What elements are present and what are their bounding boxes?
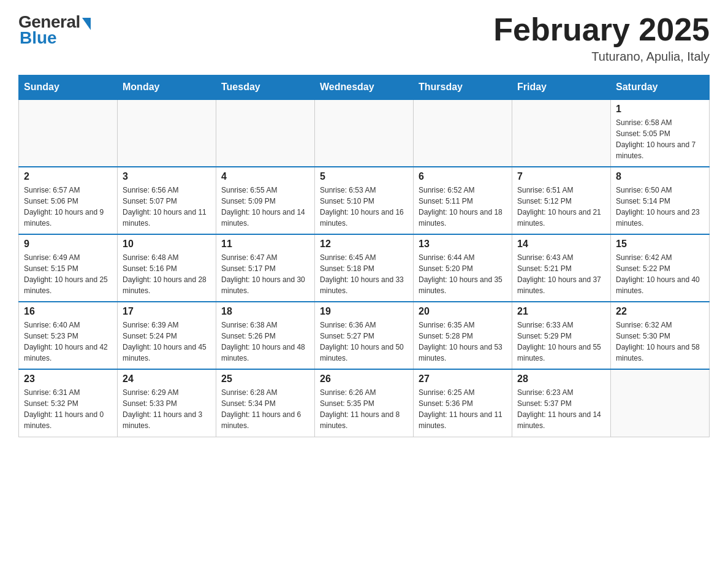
calendar-cell <box>611 369 710 437</box>
logo-arrow-icon <box>82 18 91 30</box>
calendar-week-row: 16Sunrise: 6:40 AM Sunset: 5:23 PM Dayli… <box>19 302 710 369</box>
day-number: 10 <box>123 239 211 250</box>
day-number: 1 <box>616 104 704 115</box>
day-info: Sunrise: 6:44 AM Sunset: 5:20 PM Dayligh… <box>419 252 507 296</box>
location-subtitle: Tuturano, Apulia, Italy <box>493 50 710 64</box>
calendar-week-row: 1Sunrise: 6:58 AM Sunset: 5:05 PM Daylig… <box>19 99 710 167</box>
day-info: Sunrise: 6:50 AM Sunset: 5:14 PM Dayligh… <box>616 185 704 229</box>
calendar-week-row: 23Sunrise: 6:31 AM Sunset: 5:32 PM Dayli… <box>19 369 710 437</box>
day-info: Sunrise: 6:49 AM Sunset: 5:15 PM Dayligh… <box>24 252 112 296</box>
calendar-cell: 14Sunrise: 6:43 AM Sunset: 5:21 PM Dayli… <box>512 234 611 302</box>
day-info: Sunrise: 6:45 AM Sunset: 5:18 PM Dayligh… <box>320 252 408 296</box>
day-info: Sunrise: 6:39 AM Sunset: 5:24 PM Dayligh… <box>123 320 211 364</box>
weekday-header-monday: Monday <box>118 75 216 100</box>
weekday-header-wednesday: Wednesday <box>315 75 414 100</box>
day-number: 6 <box>419 171 507 182</box>
calendar-cell: 11Sunrise: 6:47 AM Sunset: 5:17 PM Dayli… <box>216 234 315 302</box>
title-block: February 2025 Tuturano, Apulia, Italy <box>493 12 710 64</box>
calendar-cell: 17Sunrise: 6:39 AM Sunset: 5:24 PM Dayli… <box>118 302 216 369</box>
day-number: 23 <box>24 373 112 385</box>
day-number: 20 <box>419 306 507 317</box>
weekday-header-sunday: Sunday <box>19 75 118 100</box>
logo-blue-text: Blue <box>20 28 57 48</box>
weekday-header-saturday: Saturday <box>611 75 710 100</box>
calendar-cell: 9Sunrise: 6:49 AM Sunset: 5:15 PM Daylig… <box>19 234 118 302</box>
calendar-cell: 24Sunrise: 6:29 AM Sunset: 5:33 PM Dayli… <box>118 369 216 437</box>
day-number: 21 <box>517 306 605 317</box>
calendar-cell <box>414 99 512 167</box>
day-number: 17 <box>123 306 211 317</box>
day-info: Sunrise: 6:23 AM Sunset: 5:37 PM Dayligh… <box>517 387 605 431</box>
day-info: Sunrise: 6:48 AM Sunset: 5:16 PM Dayligh… <box>123 252 211 296</box>
calendar-cell: 13Sunrise: 6:44 AM Sunset: 5:20 PM Dayli… <box>414 234 512 302</box>
day-info: Sunrise: 6:58 AM Sunset: 5:05 PM Dayligh… <box>616 117 704 161</box>
day-number: 4 <box>221 171 309 182</box>
calendar-cell: 3Sunrise: 6:56 AM Sunset: 5:07 PM Daylig… <box>118 167 216 234</box>
calendar-cell: 1Sunrise: 6:58 AM Sunset: 5:05 PM Daylig… <box>611 99 710 167</box>
day-number: 5 <box>320 171 408 182</box>
day-info: Sunrise: 6:40 AM Sunset: 5:23 PM Dayligh… <box>24 320 112 364</box>
weekday-header-friday: Friday <box>512 75 611 100</box>
day-number: 26 <box>320 373 408 385</box>
day-number: 9 <box>24 239 112 250</box>
day-number: 18 <box>221 306 309 317</box>
calendar-cell: 4Sunrise: 6:55 AM Sunset: 5:09 PM Daylig… <box>216 167 315 234</box>
calendar-cell: 16Sunrise: 6:40 AM Sunset: 5:23 PM Dayli… <box>19 302 118 369</box>
calendar-cell: 7Sunrise: 6:51 AM Sunset: 5:12 PM Daylig… <box>512 167 611 234</box>
day-info: Sunrise: 6:29 AM Sunset: 5:33 PM Dayligh… <box>123 387 211 431</box>
calendar-cell: 12Sunrise: 6:45 AM Sunset: 5:18 PM Dayli… <box>315 234 414 302</box>
day-number: 8 <box>616 171 704 182</box>
day-info: Sunrise: 6:56 AM Sunset: 5:07 PM Dayligh… <box>123 185 211 229</box>
day-info: Sunrise: 6:43 AM Sunset: 5:21 PM Dayligh… <box>517 252 605 296</box>
calendar-header: SundayMondayTuesdayWednesdayThursdayFrid… <box>19 75 710 100</box>
calendar-cell: 5Sunrise: 6:53 AM Sunset: 5:10 PM Daylig… <box>315 167 414 234</box>
day-number: 16 <box>24 306 112 317</box>
logo: General Blue <box>18 12 91 48</box>
page-header: General Blue February 2025 Tuturano, Apu… <box>18 12 710 64</box>
weekday-header-row: SundayMondayTuesdayWednesdayThursdayFrid… <box>19 75 710 100</box>
day-info: Sunrise: 6:33 AM Sunset: 5:29 PM Dayligh… <box>517 320 605 364</box>
calendar-cell: 27Sunrise: 6:25 AM Sunset: 5:36 PM Dayli… <box>414 369 512 437</box>
calendar-cell <box>19 99 118 167</box>
calendar-cell: 10Sunrise: 6:48 AM Sunset: 5:16 PM Dayli… <box>118 234 216 302</box>
day-number: 19 <box>320 306 408 317</box>
day-number: 28 <box>517 373 605 385</box>
weekday-header-tuesday: Tuesday <box>216 75 315 100</box>
calendar-cell: 18Sunrise: 6:38 AM Sunset: 5:26 PM Dayli… <box>216 302 315 369</box>
day-info: Sunrise: 6:26 AM Sunset: 5:35 PM Dayligh… <box>320 387 408 431</box>
day-info: Sunrise: 6:51 AM Sunset: 5:12 PM Dayligh… <box>517 185 605 229</box>
calendar-cell: 20Sunrise: 6:35 AM Sunset: 5:28 PM Dayli… <box>414 302 512 369</box>
day-number: 25 <box>221 373 309 385</box>
day-info: Sunrise: 6:42 AM Sunset: 5:22 PM Dayligh… <box>616 252 704 296</box>
day-number: 7 <box>517 171 605 182</box>
calendar-cell: 21Sunrise: 6:33 AM Sunset: 5:29 PM Dayli… <box>512 302 611 369</box>
day-number: 14 <box>517 239 605 250</box>
calendar-cell: 23Sunrise: 6:31 AM Sunset: 5:32 PM Dayli… <box>19 369 118 437</box>
day-number: 27 <box>419 373 507 385</box>
weekday-header-thursday: Thursday <box>414 75 512 100</box>
day-info: Sunrise: 6:32 AM Sunset: 5:30 PM Dayligh… <box>616 320 704 364</box>
calendar-cell: 6Sunrise: 6:52 AM Sunset: 5:11 PM Daylig… <box>414 167 512 234</box>
day-info: Sunrise: 6:25 AM Sunset: 5:36 PM Dayligh… <box>419 387 507 431</box>
day-info: Sunrise: 6:57 AM Sunset: 5:06 PM Dayligh… <box>24 185 112 229</box>
calendar-cell: 15Sunrise: 6:42 AM Sunset: 5:22 PM Dayli… <box>611 234 710 302</box>
calendar-cell: 8Sunrise: 6:50 AM Sunset: 5:14 PM Daylig… <box>611 167 710 234</box>
calendar-week-row: 2Sunrise: 6:57 AM Sunset: 5:06 PM Daylig… <box>19 167 710 234</box>
calendar-cell <box>216 99 315 167</box>
day-number: 15 <box>616 239 704 250</box>
calendar-week-row: 9Sunrise: 6:49 AM Sunset: 5:15 PM Daylig… <box>19 234 710 302</box>
day-info: Sunrise: 6:53 AM Sunset: 5:10 PM Dayligh… <box>320 185 408 229</box>
day-info: Sunrise: 6:38 AM Sunset: 5:26 PM Dayligh… <box>221 320 309 364</box>
day-info: Sunrise: 6:36 AM Sunset: 5:27 PM Dayligh… <box>320 320 408 364</box>
day-info: Sunrise: 6:35 AM Sunset: 5:28 PM Dayligh… <box>419 320 507 364</box>
calendar-body: 1Sunrise: 6:58 AM Sunset: 5:05 PM Daylig… <box>19 99 710 437</box>
day-number: 22 <box>616 306 704 317</box>
day-info: Sunrise: 6:31 AM Sunset: 5:32 PM Dayligh… <box>24 387 112 431</box>
month-title: February 2025 <box>493 12 710 47</box>
calendar-cell <box>315 99 414 167</box>
calendar-cell: 28Sunrise: 6:23 AM Sunset: 5:37 PM Dayli… <box>512 369 611 437</box>
calendar-cell <box>512 99 611 167</box>
day-info: Sunrise: 6:52 AM Sunset: 5:11 PM Dayligh… <box>419 185 507 229</box>
day-number: 3 <box>123 171 211 182</box>
day-number: 2 <box>24 171 112 182</box>
